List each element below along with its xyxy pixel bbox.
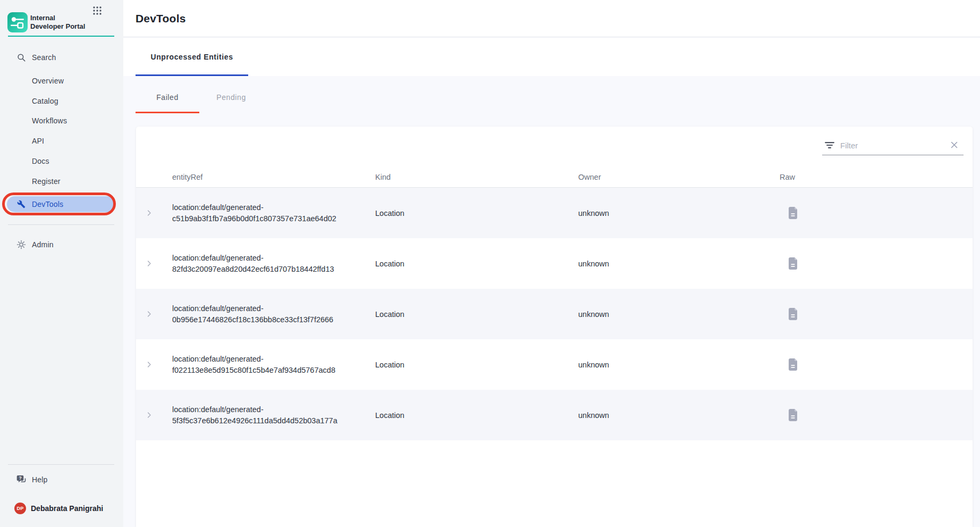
cell-kind: Location (375, 411, 404, 420)
cell-owner: unknown (578, 310, 609, 319)
cell-entityref: location:default/generated-5f3f5c37e6b61… (172, 404, 350, 426)
view-raw-button[interactable] (787, 256, 800, 272)
document-icon (788, 358, 799, 371)
cell-owner: unknown (578, 411, 609, 420)
help-chat-icon: ? (16, 474, 27, 485)
sidebar: Internal Developer Portal Search Overvie… (0, 0, 123, 527)
sidebar-divider (8, 464, 114, 465)
cell-kind: Location (375, 260, 404, 268)
secondary-tabs: Failed Pending (123, 76, 980, 113)
sidebar-item-help[interactable]: ? Help (0, 470, 123, 490)
table-row: location:default/generated-f022113e8e5d9… (136, 339, 973, 390)
tab-failed[interactable]: Failed (136, 76, 199, 113)
page-header: DevTools (123, 0, 980, 37)
cell-kind: Location (375, 361, 404, 369)
sidebar-item-label: Register (32, 177, 61, 186)
filter-field (822, 136, 964, 155)
table-row: location:default/generated-82fd3c20097ea… (136, 238, 973, 289)
main-content: DevTools Unprocessed Entities Failed Pen… (123, 0, 980, 527)
document-icon (788, 307, 799, 321)
filter-input[interactable] (839, 140, 947, 150)
sidebar-item-label: Overview (32, 77, 64, 85)
sidebar-item-overview[interactable]: Overview (0, 71, 123, 91)
sidebar-item-label: Catalog (32, 97, 58, 105)
sidebar-item-label: Admin (32, 240, 54, 249)
sidebar-logo-divider (8, 36, 114, 37)
cell-entityref: location:default/generated-0b956e1744682… (172, 303, 350, 325)
table-body: location:default/generated-c51b9ab3f1fb7… (136, 188, 973, 440)
search-icon (16, 52, 27, 63)
column-header-owner: Owner (578, 166, 601, 188)
tab-label: Failed (156, 93, 179, 102)
view-raw-button[interactable] (787, 306, 800, 322)
expand-row-button[interactable] (141, 357, 156, 372)
sidebar-item-label: Search (32, 53, 56, 62)
tab-label: Unprocessed Entities (150, 53, 233, 61)
avatar: DP (14, 503, 26, 514)
gear-icon (16, 239, 27, 250)
expand-row-button[interactable] (141, 256, 156, 271)
column-header-raw: Raw (780, 166, 795, 188)
view-raw-button[interactable] (787, 407, 800, 423)
app-title: Internal Developer Portal (30, 14, 90, 31)
clear-filter-icon[interactable] (950, 141, 958, 149)
table-row: location:default/generated-0b956e1744682… (136, 289, 973, 339)
tab-unprocessed-entities[interactable]: Unprocessed Entities (136, 38, 248, 76)
chevron-right-icon (145, 361, 153, 369)
sidebar-item-search[interactable]: Search (0, 47, 123, 68)
chevron-right-icon (145, 310, 153, 318)
sidebar-item-workflows[interactable]: Workflows (0, 111, 123, 131)
tab-pending[interactable]: Pending (199, 76, 263, 113)
primary-tabs: Unprocessed Entities (123, 38, 980, 76)
cell-kind: Location (375, 209, 404, 218)
sidebar-item-label: Help (32, 475, 48, 484)
column-header-entityref: entityRef (172, 166, 202, 188)
active-subtab-indicator (136, 112, 199, 113)
chevron-right-icon (145, 260, 153, 267)
view-raw-button[interactable] (787, 205, 800, 221)
table-header-row: entityRef Kind Owner Raw (136, 166, 973, 188)
chevron-right-icon (145, 209, 153, 217)
expand-row-button[interactable] (141, 206, 156, 221)
sidebar-item-catalog[interactable]: Catalog (0, 91, 123, 111)
table-row: location:default/generated-5f3f5c37e6b61… (136, 390, 973, 440)
sidebar-item-label: DevTools (32, 200, 63, 208)
cell-entityref: location:default/generated-f022113e8e5d9… (172, 354, 350, 376)
app-logo-icon (7, 12, 28, 32)
document-icon (788, 408, 799, 422)
cell-entityref: location:default/generated-82fd3c20097ea… (172, 253, 350, 275)
sidebar-item-label: Workflows (32, 116, 67, 125)
sidebar-item-register[interactable]: Register (0, 171, 123, 191)
sidebar-divider (8, 224, 114, 225)
column-header-kind: Kind (375, 166, 391, 188)
tab-label: Pending (216, 93, 246, 102)
svg-text:?: ? (19, 475, 21, 481)
filter-icon (824, 141, 835, 149)
sidebar-item-api[interactable]: API (0, 131, 123, 151)
entities-table-card: entityRef Kind Owner Raw location:defaul… (136, 127, 973, 527)
document-icon (788, 206, 799, 220)
cell-entityref: location:default/generated-c51b9ab3f1fb7… (172, 202, 350, 224)
expand-row-button[interactable] (141, 408, 156, 423)
wrench-icon (16, 199, 27, 210)
cell-owner: unknown (578, 361, 609, 369)
chevron-right-icon (145, 411, 153, 419)
view-raw-button[interactable] (787, 357, 800, 373)
sidebar-item-admin[interactable]: Admin (0, 235, 123, 255)
devtools-page: Internal Developer Portal Search Overvie… (0, 0, 980, 527)
cell-owner: unknown (578, 209, 609, 218)
cell-owner: unknown (578, 260, 609, 268)
user-menu[interactable]: DP Debabrata Panigrahi (0, 498, 123, 518)
sidebar-item-docs[interactable]: Docs (0, 151, 123, 171)
sidebar-item-label: Docs (32, 157, 49, 165)
table-row: location:default/generated-c51b9ab3f1fb7… (136, 188, 973, 238)
user-name: Debabrata Panigrahi (31, 504, 103, 513)
sidebar-item-label: API (32, 137, 44, 145)
apps-grid-icon[interactable] (92, 6, 102, 15)
page-title: DevTools (136, 12, 186, 25)
cell-kind: Location (375, 310, 404, 319)
sidebar-item-devtools-selected[interactable]: DevTools (0, 196, 123, 212)
expand-row-button[interactable] (141, 307, 156, 322)
document-icon (788, 257, 799, 270)
